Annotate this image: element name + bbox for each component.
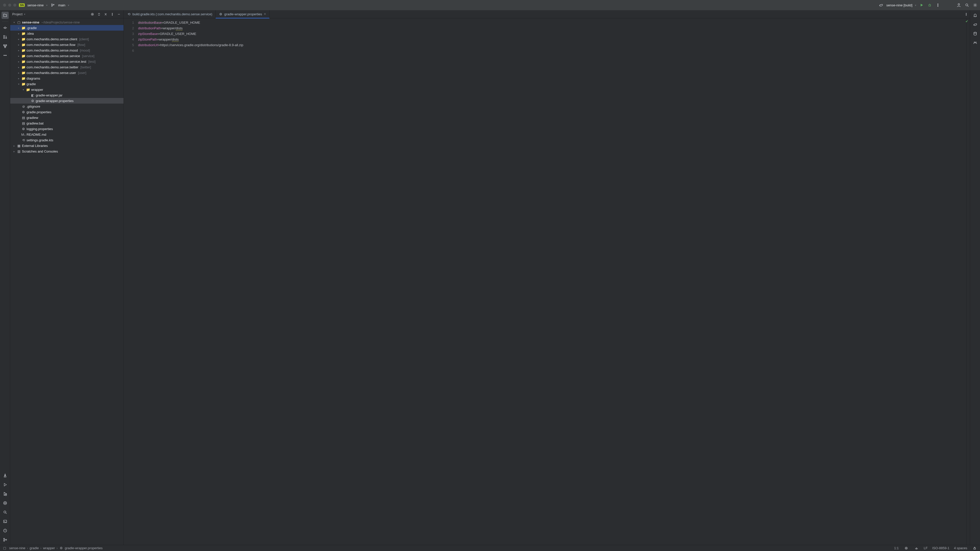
svg-point-19 (6, 55, 6, 56)
run-icon[interactable] (919, 2, 924, 8)
services-tool-icon[interactable] (2, 490, 9, 497)
properties-icon: ⚙ (30, 99, 35, 103)
gradle-icon: ⟲ (127, 12, 131, 16)
module-folder-icon: 📁 (21, 59, 25, 64)
svg-point-11 (3, 35, 5, 37)
svg-point-18 (5, 55, 5, 56)
encoding-icon[interactable] (914, 545, 919, 551)
tree-item-module[interactable]: ▸📁com.mechanitis.demo.sense.twitter[twit… (10, 64, 124, 70)
tree-item-module[interactable]: ▸📁com.mechanitis.demo.sense.client[clien… (10, 36, 124, 42)
branch-name[interactable]: main (58, 3, 65, 7)
sidebar-title[interactable]: Project (12, 12, 22, 16)
project-tree[interactable]: ▾▢sense-nine~/IdeaProjects/sense-nine ▸📁… (10, 18, 124, 545)
tree-item-module[interactable]: ▸📁com.mechanitis.demo.sense.service[serv… (10, 53, 124, 59)
vcs-tool-icon[interactable] (2, 536, 9, 543)
editor: ⟲build.gradle.kts (:com.mechanitis.demo.… (124, 10, 970, 545)
run-config-name[interactable]: sense-nine [build] (886, 3, 912, 7)
pull-requests-tool-icon[interactable] (2, 33, 9, 41)
more-tools-icon[interactable] (2, 52, 9, 59)
tree-item-gradle-props[interactable]: ▸⚙gradle.properties (10, 109, 124, 115)
tree-item-logging-props[interactable]: ▸⚙logging.properties (10, 126, 124, 132)
tree-item-idea[interactable]: ▸📁.idea (10, 30, 124, 36)
chevron-down-icon[interactable]: ▾ (915, 4, 916, 6)
search-icon[interactable] (964, 2, 970, 8)
minimize-window-icon[interactable] (8, 3, 11, 6)
status-bar: ▢ sense-nine› gradle› wrapper› ⚙ gradle-… (0, 545, 980, 551)
close-window-icon[interactable] (3, 3, 6, 6)
tree-item-module[interactable]: ▸📁com.mechanitis.demo.sense.service.test… (10, 59, 124, 64)
code-content[interactable]: distributionBase=GRADLE_USER_HOME distri… (137, 18, 966, 545)
tree-item-gradlew-bat[interactable]: ▸▤gradlew.bat (10, 121, 124, 126)
file-encoding[interactable]: ISO-8859-1 (932, 546, 950, 550)
tree-item-module[interactable]: ▸📁com.mechanitis.demo.sense.user[user] (10, 70, 124, 76)
debug-icon[interactable] (927, 2, 932, 8)
tree-item-gradle-dot[interactable]: ▸📁.gradle (10, 25, 124, 30)
editor-scrollbar[interactable] (966, 18, 970, 545)
readonly-toggle-icon[interactable] (972, 545, 977, 551)
svg-point-35 (966, 15, 966, 15)
hide-sidebar-icon[interactable] (116, 12, 121, 17)
svg-point-30 (112, 13, 113, 14)
code-area[interactable]: 123456 distributionBase=GRADLE_USER_HOME… (124, 18, 970, 545)
tabs-more-icon[interactable] (963, 10, 970, 18)
zoom-window-icon[interactable] (13, 3, 16, 6)
indent-setting[interactable]: 4 spaces (954, 546, 967, 550)
tree-item-readme[interactable]: ▸M↓README.md (10, 132, 124, 137)
chevron-down-icon[interactable]: ▾ (24, 13, 25, 16)
problems-tool-icon[interactable] (2, 527, 9, 534)
tree-item-diagrams[interactable]: ▸📁diagrams (10, 76, 124, 81)
editor-tabs: ⟲build.gradle.kts (:com.mechanitis.demo.… (124, 10, 970, 18)
tree-item-wrapper-props[interactable]: ▸⚙gradle-wrapper.properties (10, 98, 124, 103)
build-tool-icon[interactable] (2, 472, 9, 479)
tree-item-gradlew[interactable]: ▸▤gradlew (10, 115, 124, 121)
jar-icon: ◧ (30, 93, 35, 97)
chevron-down-icon[interactable]: ▾ (46, 4, 48, 6)
find-tool-icon[interactable] (2, 509, 9, 516)
more-icon[interactable] (935, 2, 941, 8)
collab-icon[interactable] (956, 2, 962, 8)
expand-all-icon[interactable] (97, 12, 102, 17)
line-separator-icon[interactable] (904, 545, 909, 551)
commit-tool-icon[interactable] (2, 24, 9, 32)
tree-item-gitignore[interactable]: ▸⊘.gitignore (10, 103, 124, 109)
notifications-tool-icon[interactable] (972, 12, 979, 19)
select-opened-icon[interactable] (90, 12, 95, 17)
tree-root[interactable]: ▾▢sense-nine~/IdeaProjects/sense-nine (10, 19, 124, 25)
tree-item-wrapper[interactable]: ▾📁wrapper (10, 87, 124, 92)
gradle-icon: ⟲ (21, 138, 25, 142)
project-tool-icon[interactable] (2, 12, 9, 19)
tree-item-ext-libs[interactable]: ▸▦External Libraries (10, 143, 124, 148)
settings-icon[interactable] (972, 2, 978, 8)
tree-options-icon[interactable] (110, 12, 115, 17)
svg-point-12 (3, 38, 5, 38)
tree-item-module[interactable]: ▸📁com.mechanitis.demo.sense.flow[flow] (10, 42, 124, 48)
close-tab-icon[interactable]: ✕ (264, 12, 266, 16)
maven-tool-icon[interactable] (972, 39, 979, 46)
folder-icon: 📁 (26, 87, 30, 92)
tree-item-scratches[interactable]: ▸▥Scratches and Consoles (10, 148, 124, 154)
tree-item-module[interactable]: ▸📁com.mechanitis.demo.sense.mood[mood] (10, 48, 124, 53)
tree-item-wrapper-jar[interactable]: ▸◧gradle-wrapper.jar (10, 92, 124, 98)
gutter: 123456 (124, 18, 137, 545)
svg-point-5 (938, 5, 938, 5)
tab-wrapper-props[interactable]: ⚙gradle-wrapper.properties✕ (216, 10, 269, 18)
line-ending[interactable]: LF (924, 546, 928, 550)
gradle-tool-icon[interactable] (972, 21, 979, 28)
terminal-tool-icon[interactable] (2, 518, 9, 525)
database-tool-icon[interactable] (972, 30, 979, 37)
module-folder-icon: 📁 (21, 48, 25, 52)
breadcrumbs[interactable]: sense-nine› gradle› wrapper› ⚙ gradle-wr… (9, 546, 103, 550)
svg-point-4 (938, 3, 938, 4)
tab-build-gradle[interactable]: ⟲build.gradle.kts (:com.mechanitis.demo.… (124, 10, 216, 18)
branch-icon[interactable] (50, 2, 56, 8)
collapse-all-icon[interactable] (103, 12, 108, 17)
caret-position[interactable]: 1:1 (894, 546, 899, 550)
project-name[interactable]: sense-nine (27, 3, 44, 7)
chevron-down-icon[interactable]: ▾ (68, 4, 69, 6)
inspection-ok-icon[interactable]: ✔ (966, 19, 968, 23)
structure-tool-icon[interactable] (2, 43, 9, 50)
dependencies-tool-icon[interactable] (2, 499, 9, 507)
tree-item-gradle[interactable]: ▾📁gradle (10, 81, 124, 87)
tree-item-settings[interactable]: ▸⟲settings.gradle.kts (10, 137, 124, 143)
run-tool-icon[interactable] (2, 481, 9, 488)
